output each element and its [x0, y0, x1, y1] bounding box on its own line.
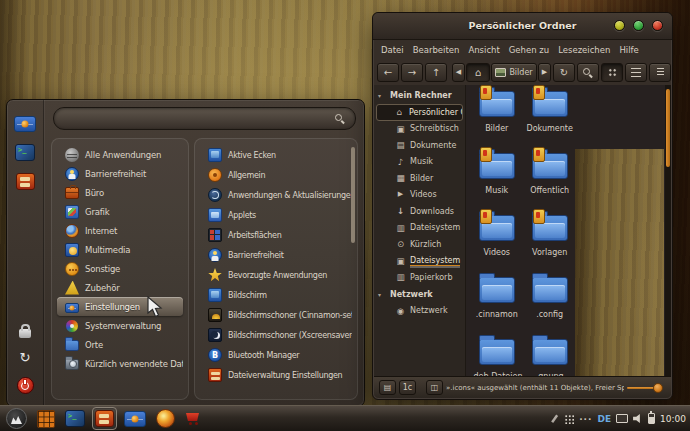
- file-item[interactable]: .icons: [575, 335, 664, 376]
- sidebar-item[interactable]: ▾ Schreibtisch: [374, 121, 465, 138]
- sidebar-item[interactable]: ▾ Mein Rechner: [374, 87, 465, 104]
- file-item[interactable]: .gnupg: [525, 335, 575, 376]
- file-item[interactable]: Videos: [469, 211, 525, 273]
- toolbar-nav-button[interactable]: ←: [377, 63, 399, 82]
- tray-item[interactable]: ···: [579, 414, 592, 424]
- category-item[interactable]: Orte: [57, 335, 183, 354]
- expander-icon[interactable]: ▾: [378, 92, 386, 99]
- category-item[interactable]: Büro: [57, 183, 183, 202]
- menubar-item[interactable]: Datei: [381, 45, 404, 55]
- path-scroll-left[interactable]: ◀: [452, 63, 465, 82]
- app-item[interactable]: Allgemein: [200, 165, 352, 185]
- sidebar-item[interactable]: ▾ Bilder: [374, 170, 465, 187]
- toolbar-nav-button[interactable]: ↑: [425, 63, 447, 82]
- category-item[interactable]: Sonstige: [57, 259, 183, 278]
- sidebar-item[interactable]: ▾ Papierkorb: [374, 269, 465, 286]
- category-item[interactable]: Kürzlich verwendete Dateien: [57, 354, 183, 373]
- favorite-launcher[interactable]: [16, 173, 35, 190]
- panel-launcher[interactable]: [92, 407, 117, 430]
- tray-item[interactable]: [648, 413, 655, 424]
- path-scroll-right[interactable]: ▶: [538, 63, 551, 82]
- session-button[interactable]: [18, 350, 33, 365]
- menu-search-input[interactable]: [64, 113, 335, 125]
- panel-launcher[interactable]: [153, 406, 178, 431]
- apps-scrollbar[interactable]: [351, 147, 355, 243]
- panel-launcher[interactable]: [34, 407, 58, 431]
- session-button[interactable]: [17, 377, 34, 394]
- app-item[interactable]: Barrierefreiheit: [200, 245, 352, 265]
- toolbar-button[interactable]: [649, 63, 671, 82]
- panel-launcher[interactable]: [3, 405, 30, 431]
- file-item[interactable]: .cinnamon: [469, 273, 525, 335]
- app-item[interactable]: Anwendungen & Aktualisierungen: [200, 185, 352, 205]
- scrollbar-track[interactable]: [665, 85, 671, 376]
- sidebar-item[interactable]: ▾ Musik: [374, 154, 465, 171]
- menubar-item[interactable]: Bearbeiten: [413, 45, 460, 55]
- scrollbar-thumb[interactable]: [666, 89, 670, 167]
- app-item[interactable]: Bevorzugte Anwendungen: [200, 265, 352, 285]
- sidebar-item[interactable]: ▾ Dateisystem: [374, 253, 465, 270]
- session-button[interactable]: [19, 323, 31, 338]
- zoom-slider-handle[interactable]: [653, 383, 663, 393]
- panel-launcher[interactable]: [182, 409, 204, 428]
- file-item[interactable]: .deb Dateien: [469, 335, 525, 376]
- menubar-item[interactable]: Lesezeichen: [558, 45, 610, 55]
- favorite-launcher[interactable]: [15, 144, 35, 161]
- path-folder-button[interactable]: Bilder: [491, 63, 537, 82]
- category-item[interactable]: Grafik: [57, 202, 183, 221]
- menubar-item[interactable]: Gehen zu: [509, 45, 549, 55]
- file-item[interactable]: .config: [525, 273, 575, 335]
- tray-item[interactable]: [616, 414, 628, 423]
- category-item[interactable]: Multimedia: [57, 240, 183, 259]
- window-button[interactable]: [652, 20, 663, 31]
- menu-search[interactable]: [53, 107, 356, 130]
- category-item[interactable]: Systemverwaltung: [57, 316, 183, 335]
- file-item[interactable]: .config.bak: [575, 273, 664, 335]
- menubar-item[interactable]: Ansicht: [468, 45, 499, 55]
- app-item[interactable]: Bildschirm: [200, 285, 352, 305]
- titlebar[interactable]: Persönlicher Ordner: [373, 13, 672, 40]
- tray-item[interactable]: [549, 414, 559, 424]
- panel-launcher[interactable]: [62, 407, 88, 430]
- toolbar-button[interactable]: [625, 63, 647, 82]
- tray-item[interactable]: [633, 414, 643, 424]
- toolbar-button[interactable]: [577, 63, 599, 82]
- sidebar-item[interactable]: ▾ Videos: [374, 187, 465, 204]
- file-item[interactable]: Dokumente: [525, 87, 575, 149]
- toolbar-nav-button[interactable]: →: [401, 63, 423, 82]
- menubar-item[interactable]: Hilfe: [619, 45, 638, 55]
- category-item[interactable]: Einstellungen: [57, 297, 183, 316]
- favorite-launcher[interactable]: [14, 116, 36, 132]
- statusbar-button[interactable]: ▤: [379, 380, 396, 395]
- statusbar-button[interactable]: ◫: [426, 380, 443, 395]
- sidebar-item[interactable]: ▾ Netzwerk: [374, 286, 465, 303]
- sidebar-item[interactable]: ▾ Persönlicher O...: [376, 104, 463, 121]
- sidebar-item[interactable]: ▾ Dateisystem: [374, 220, 465, 237]
- file-item[interactable]: Bilder: [469, 87, 525, 149]
- file-item[interactable]: Musik: [469, 149, 525, 211]
- app-item[interactable]: Bildschirmschoner (Cinnamon-settings): [200, 305, 352, 325]
- window-button[interactable]: [633, 20, 644, 31]
- sidebar-item[interactable]: ▾ Dokumente: [374, 137, 465, 154]
- category-item[interactable]: Barrierefreiheit: [57, 164, 183, 183]
- category-item[interactable]: Internet: [57, 221, 183, 240]
- toolbar-button[interactable]: ↻: [553, 63, 575, 82]
- app-item[interactable]: Arbeitsflächen: [200, 225, 352, 245]
- sidebar-item[interactable]: ▾ Netzwerk: [374, 303, 465, 320]
- category-item[interactable]: Zubehör: [57, 278, 183, 297]
- file-item[interactable]: Öffentlich: [525, 149, 575, 211]
- category-item[interactable]: Alle Anwendungen: [57, 145, 183, 164]
- app-item[interactable]: Bildschirmschoner (Xscreensaver-demo): [200, 325, 352, 345]
- panel-launcher[interactable]: [121, 408, 149, 430]
- sidebar-item[interactable]: ▾ Kürzlich: [374, 236, 465, 253]
- file-item[interactable]: Vorlagen: [525, 211, 575, 273]
- app-item[interactable]: Aktive Ecken: [200, 145, 352, 165]
- path-home-button[interactable]: ⌂: [466, 63, 490, 82]
- window-button[interactable]: [614, 20, 625, 31]
- statusbar-button[interactable]: 1c: [399, 380, 416, 395]
- toolbar-button[interactable]: [601, 63, 623, 82]
- tray-item[interactable]: 10:00: [660, 414, 686, 424]
- app-item[interactable]: Dateiverwaltung Einstellungen: [200, 365, 352, 385]
- app-item[interactable]: Bluetooth Manager: [200, 345, 352, 365]
- file-item[interactable]: Downloads: [575, 87, 664, 149]
